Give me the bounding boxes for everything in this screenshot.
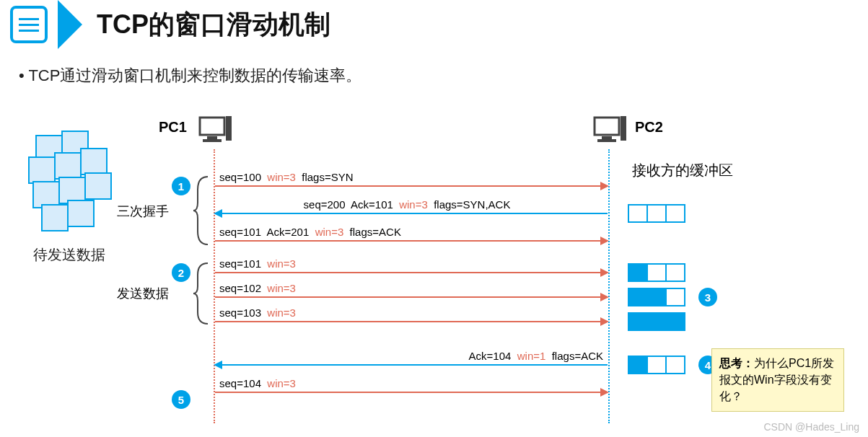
phase-label-send: 发送数据 <box>117 285 169 302</box>
note-bold: 思考： <box>719 357 754 369</box>
svg-rect-8 <box>42 205 68 231</box>
svg-rect-16 <box>597 139 616 142</box>
buffer-cell <box>628 312 648 331</box>
msg-arrow: seq=103 win=3 <box>215 321 608 322</box>
pc1-label: PC1 <box>159 119 187 136</box>
svg-rect-14 <box>595 118 619 135</box>
svg-rect-3 <box>55 153 81 179</box>
msg-arrow: seq=101 Ack=201 win=3 flags=ACK <box>215 240 608 242</box>
svg-rect-2 <box>29 157 55 183</box>
msg-arrow: seq=200 Ack=101 win=3 flags=SYN,ACK <box>215 213 608 214</box>
svg-rect-5 <box>33 182 59 208</box>
watermark: CSDN @Hades_Ling <box>764 421 860 433</box>
msg-arrow: seq=100 win=3 flags=SYN <box>215 185 608 187</box>
svg-rect-7 <box>85 173 111 199</box>
buffer-cell <box>665 312 685 331</box>
pending-data-label: 待发送数据 <box>26 245 113 265</box>
buffer-cell <box>665 356 685 374</box>
buffer-state <box>628 263 684 282</box>
buffer-cell <box>628 263 648 282</box>
pending-data-graphic: 待发送数据 <box>26 130 113 265</box>
msg-arrow: seq=101 win=3 <box>215 272 608 273</box>
buffer-cell <box>665 288 685 306</box>
buffer-cell <box>646 204 667 223</box>
phase-badge-2: 2 <box>172 263 190 282</box>
svg-rect-4 <box>81 149 107 175</box>
buffer-cell <box>628 356 648 374</box>
header-icon-group <box>0 0 82 49</box>
slide-title: TCP的窗口滑动机制 <box>97 7 330 43</box>
buffer-state <box>628 288 684 306</box>
buffer-cell <box>646 312 667 331</box>
buffer-state <box>628 204 684 223</box>
phase-label-handshake: 三次握手 <box>117 203 169 220</box>
phase-badge-1: 1 <box>172 177 190 195</box>
phase-badge-3: 3 <box>698 288 717 306</box>
msg-arrow: Ack=104 win=1 flags=ACK <box>215 364 608 366</box>
computer-icon <box>593 116 626 148</box>
buffer-cell <box>646 356 667 374</box>
svg-rect-11 <box>207 136 217 139</box>
buffer-cell <box>646 263 667 282</box>
svg-rect-9 <box>68 200 94 226</box>
buffer-state <box>628 312 684 331</box>
svg-rect-17 <box>621 116 626 141</box>
slide-subtitle: TCP通过滑动窗口机制来控制数据的传输速率。 <box>19 65 868 87</box>
bracket-icon <box>193 175 211 249</box>
buffer-title: 接收方的缓冲区 <box>632 161 733 180</box>
msg-arrow: seq=104 win=3 <box>215 392 608 393</box>
bracket-icon <box>193 262 211 328</box>
phase-badge-5: 5 <box>172 390 190 409</box>
chevron-right-icon <box>58 0 82 49</box>
svg-rect-6 <box>59 177 85 203</box>
svg-rect-13 <box>226 116 232 141</box>
pc1-lifeline <box>214 149 215 423</box>
sequence-diagram: PC1 PC2 接收方的缓冲区 1 三次握手 seq=100 win=3 fla… <box>123 119 851 429</box>
svg-rect-15 <box>602 136 612 139</box>
computer-icon <box>198 116 232 148</box>
buffer-cell <box>628 204 648 223</box>
msg-arrow: seq=102 win=3 <box>215 296 608 298</box>
buffer-cell <box>665 204 685 223</box>
pc2-label: PC2 <box>635 119 663 136</box>
thinking-note: 思考：为什么PC1所发报文的Win字段没有变化？ <box>711 348 844 412</box>
buffer-state <box>628 356 684 374</box>
buffer-cell <box>665 263 685 282</box>
document-icon <box>10 6 48 43</box>
buffer-cell <box>646 288 667 306</box>
svg-rect-12 <box>203 139 222 142</box>
slide-header: TCP的窗口滑动机制 <box>0 0 868 49</box>
buffer-cell <box>628 288 648 306</box>
svg-rect-10 <box>200 118 224 135</box>
